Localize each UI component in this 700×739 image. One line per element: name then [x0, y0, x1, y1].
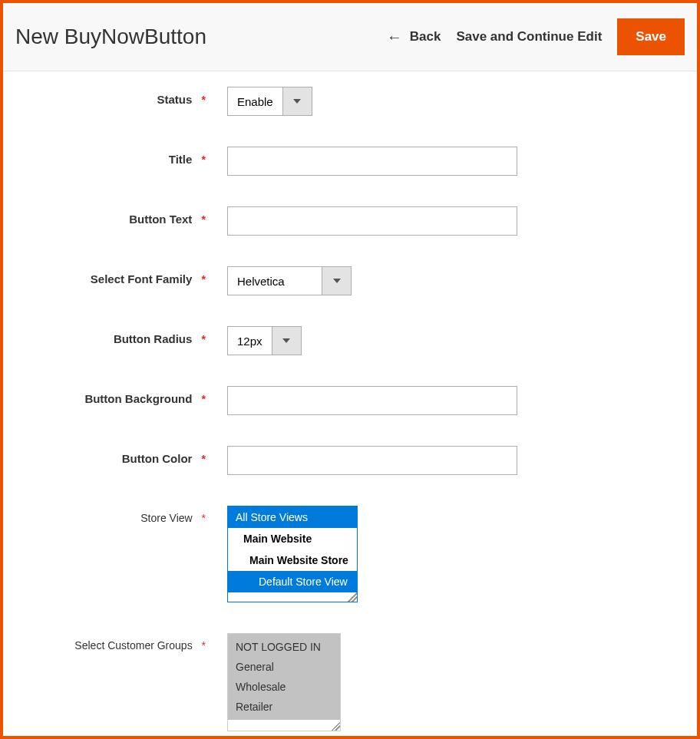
label-status: Status * — [26, 87, 227, 106]
arrow-left-icon: ← — [387, 29, 402, 45]
required-star: * — [202, 512, 206, 524]
header-actions: ← Back Save and Continue Edit Save — [387, 18, 685, 55]
required-star: * — [202, 639, 206, 652]
label-title: Title * — [26, 147, 227, 166]
status-select-value: Enable — [228, 87, 282, 115]
field-button-radius: 12px — [227, 326, 302, 355]
field-button-background — [227, 386, 517, 415]
required-star: * — [202, 273, 206, 285]
required-star: * — [202, 213, 206, 226]
back-button-label: Back — [410, 29, 441, 45]
row-button-text: Button Text * — [26, 206, 674, 236]
resize-grip-icon[interactable] — [348, 592, 357, 602]
field-font-family: Helvetica — [227, 266, 352, 295]
font-family-select[interactable]: Helvetica — [227, 266, 352, 295]
row-customer-groups: Select Customer Groups * NOT LOGGED IN G… — [26, 633, 674, 731]
resize-grip-icon[interactable] — [331, 721, 340, 731]
row-button-radius: Button Radius * 12px — [26, 326, 674, 355]
field-button-text — [227, 206, 517, 236]
font-family-select-value: Helvetica — [228, 267, 322, 295]
customer-group-option[interactable]: NOT LOGGED IN — [228, 637, 340, 657]
back-button[interactable]: ← Back — [387, 29, 441, 45]
field-store-view: All Store Views Main Website Main Websit… — [227, 506, 358, 602]
button-color-input[interactable] — [227, 446, 517, 475]
button-text-input[interactable] — [227, 206, 517, 236]
label-store-view: Store View * — [26, 506, 227, 524]
button-background-input[interactable] — [227, 386, 517, 415]
customer-group-option[interactable]: General — [228, 657, 340, 677]
save-button[interactable]: Save — [617, 18, 685, 55]
label-customer-groups: Select Customer Groups * — [26, 633, 227, 652]
row-font-family: Select Font Family * Helvetica — [26, 266, 674, 295]
customer-group-option[interactable]: Retailer — [228, 697, 340, 717]
label-button-radius: Button Radius * — [26, 326, 227, 345]
field-title — [227, 147, 517, 176]
chevron-down-icon[interactable] — [322, 267, 351, 295]
customer-groups-listbox[interactable]: NOT LOGGED IN General Wholesale Retailer — [227, 633, 341, 731]
required-star: * — [202, 94, 206, 106]
required-star: * — [202, 333, 206, 345]
label-button-background: Button Background * — [26, 386, 227, 405]
button-radius-select[interactable]: 12px — [227, 326, 302, 355]
status-select[interactable]: Enable — [227, 87, 312, 116]
label-button-text: Button Text * — [26, 206, 227, 226]
button-radius-select-value: 12px — [228, 327, 272, 355]
store-view-option[interactable]: Main Website — [228, 528, 357, 549]
label-button-color: Button Color * — [26, 446, 227, 465]
save-continue-button[interactable]: Save and Continue Edit — [456, 29, 602, 45]
field-status: Enable — [227, 87, 312, 116]
form-area: Status * Enable Title * Button Text * — [3, 71, 697, 739]
field-button-color — [227, 446, 517, 475]
row-status: Status * Enable — [26, 87, 674, 116]
store-view-listbox[interactable]: All Store Views Main Website Main Websit… — [227, 506, 358, 602]
required-star: * — [202, 153, 206, 166]
row-title: Title * — [26, 147, 674, 176]
required-star: * — [202, 453, 206, 465]
row-button-background: Button Background * — [26, 386, 674, 415]
customer-group-option[interactable]: Wholesale — [228, 677, 340, 697]
chevron-down-icon[interactable] — [282, 87, 312, 115]
page-header: New BuyNowButton ← Back Save and Continu… — [3, 3, 697, 71]
field-customer-groups: NOT LOGGED IN General Wholesale Retailer — [227, 633, 341, 731]
row-button-color: Button Color * — [26, 446, 674, 475]
store-view-option[interactable]: All Store Views — [228, 506, 357, 528]
row-store-view: Store View * All Store Views Main Websit… — [26, 506, 674, 602]
store-view-option[interactable]: Main Website Store — [228, 549, 357, 571]
required-star: * — [202, 393, 206, 405]
title-input[interactable] — [227, 147, 517, 176]
page-title: New BuyNowButton — [15, 25, 387, 49]
store-view-option[interactable]: Default Store View — [228, 571, 357, 592]
label-font-family: Select Font Family * — [26, 266, 227, 285]
chevron-down-icon[interactable] — [272, 327, 301, 355]
